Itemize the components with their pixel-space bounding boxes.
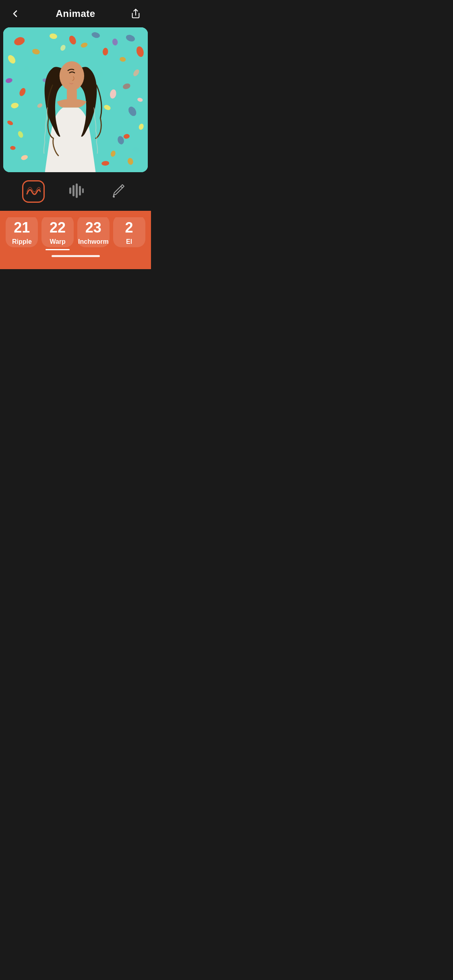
effect-inchworm[interactable]: 23 Inchworm [76,217,112,250]
effect-label-warp: Warp [50,238,65,245]
page-title: Animate [56,8,95,19]
effect-next-partial[interactable]: 2 El [111,217,147,250]
effect-number-next: 2 [125,220,133,235]
svg-rect-44 [82,188,84,193]
svg-rect-41 [72,185,74,196]
effect-label-inchworm: Inchworm [78,238,109,245]
effect-ripple[interactable]: 21 Ripple [4,217,40,250]
effects-row: 21 Ripple 22 Warp 23 Inchworm 2 El [0,217,151,250]
effect-label-ripple: Ripple [12,238,32,245]
effect-number-23: 23 [85,220,101,235]
svg-rect-43 [79,186,81,196]
home-indicator [52,255,100,257]
wave-tool-button[interactable] [21,179,46,204]
effect-label-next: El [126,238,132,245]
effect-number-21: 21 [14,220,30,235]
top-bar: Animate [0,0,151,26]
share-button[interactable] [128,6,143,21]
effect-warp[interactable]: 22 Warp [40,217,76,250]
effects-panel: 21 Ripple 22 Warp 23 Inchworm 2 El [0,211,151,269]
wave-icon [22,180,45,203]
svg-rect-42 [76,183,78,198]
svg-rect-40 [69,187,71,194]
toolbar [0,172,151,211]
audio-tool-button[interactable] [64,179,88,204]
effect-number-22: 22 [50,220,66,235]
bottom-indicator [0,255,151,257]
back-button[interactable] [8,6,23,21]
artwork-canvas [3,27,148,172]
brush-tool-button[interactable] [106,179,130,204]
audio-icon [68,182,84,201]
brush-icon [110,183,126,200]
svg-rect-39 [67,89,77,100]
svg-point-38 [60,61,84,91]
